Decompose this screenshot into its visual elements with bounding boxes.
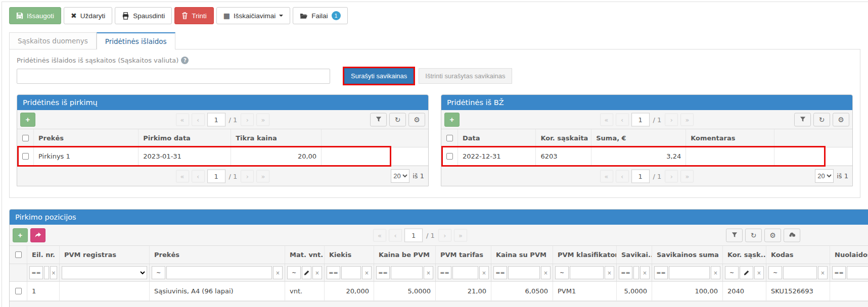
refresh-button[interactable]: ↻ <box>745 228 762 242</box>
close-button[interactable]: ✖ Uždaryti <box>64 7 112 24</box>
page-number-input[interactable]: 1 <box>207 113 225 126</box>
column-header[interactable]: Prekės <box>149 246 285 264</box>
filter-clear-button[interactable]: × <box>50 266 57 279</box>
filter-clear-button[interactable]: × <box>754 266 764 279</box>
column-header[interactable]: Kaina su PVM <box>491 246 553 264</box>
first-page-button[interactable]: « <box>373 229 386 241</box>
filter-op-button[interactable]: ~ <box>725 266 739 279</box>
filter-button[interactable] <box>726 228 743 242</box>
prev-page-button[interactable]: ‹ <box>616 170 629 182</box>
column-header[interactable]: Pirkimo data <box>138 129 231 147</box>
filter-select[interactable] <box>62 266 147 279</box>
filter-edit-button[interactable] <box>302 266 311 279</box>
filter-input[interactable] <box>847 266 868 279</box>
column-header[interactable]: Kiekis <box>324 246 374 264</box>
column-header[interactable]: Prekės <box>33 129 138 147</box>
row-checkbox[interactable] <box>446 153 453 160</box>
first-page-button[interactable]: « <box>176 113 189 126</box>
write-costs-button[interactable]: Surašyti savikainas <box>344 68 414 84</box>
column-header[interactable]: Eil. nr. <box>27 246 59 264</box>
delete-written-costs-button[interactable]: Ištrinti surašytas savikainas <box>419 68 512 84</box>
select-all-checkbox[interactable] <box>15 251 22 258</box>
settings-button[interactable]: ⚙ <box>833 113 849 126</box>
save-button[interactable]: Išsaugoti <box>9 7 61 24</box>
last-page-button[interactable]: » <box>680 170 694 182</box>
column-header[interactable]: Kor. sąskaita <box>535 129 591 147</box>
refresh-button[interactable]: ↻ <box>389 113 406 126</box>
column-header[interactable]: Tikra kaina <box>231 129 321 147</box>
calculations-button[interactable]: ▦ Išskaičiavimai <box>216 7 291 24</box>
filter-clear-button[interactable]: × <box>605 266 614 279</box>
filter-input[interactable] <box>783 266 817 279</box>
column-header[interactable]: Savikainos suma <box>652 246 722 264</box>
page-number-input[interactable]: 1 <box>631 169 650 183</box>
filter-input[interactable] <box>341 266 361 279</box>
first-page-button[interactable]: « <box>600 113 613 126</box>
last-page-button[interactable]: » <box>680 113 694 126</box>
column-header[interactable]: Kor. sąsk... <box>722 246 766 264</box>
column-header[interactable]: Kaina be PVM <box>374 246 435 264</box>
last-page-button[interactable]: » <box>256 170 269 182</box>
filter-clear-button[interactable]: × <box>640 266 650 279</box>
filter-op-button[interactable]: ~ <box>287 266 301 279</box>
settings-button[interactable]: ⚙ <box>764 228 781 242</box>
filter-input[interactable] <box>508 266 540 279</box>
table-row[interactable]: 2022-12-31 6203 3,24 <box>441 147 852 166</box>
filter-clear-button[interactable]: × <box>273 266 283 279</box>
filter-clear-button[interactable]: × <box>541 266 551 279</box>
prev-page-button[interactable]: ‹ <box>192 113 205 126</box>
help-icon[interactable]: ? <box>181 57 189 64</box>
filter-input[interactable] <box>166 266 272 279</box>
prev-page-button[interactable]: ‹ <box>616 113 629 126</box>
forward-button[interactable] <box>30 228 45 242</box>
prev-page-button[interactable]: ‹ <box>389 229 402 241</box>
filter-input[interactable] <box>570 266 604 279</box>
tab-additional-costs[interactable]: Pridėtinės išlaidos <box>97 32 175 49</box>
page-number-input[interactable]: 1 <box>404 228 423 242</box>
page-number-input[interactable]: 1 <box>631 113 650 126</box>
filter-op-button[interactable]: == <box>832 266 846 279</box>
page-number-input[interactable]: 1 <box>207 169 225 183</box>
column-header[interactable]: Komentaras <box>686 129 774 147</box>
page-size-select[interactable]: 20 <box>815 169 834 183</box>
files-button[interactable]: Failai 1 <box>293 7 347 24</box>
column-header[interactable]: Kodas <box>766 246 830 264</box>
filter-edit-button[interactable] <box>740 266 753 279</box>
delete-button[interactable]: Trinti <box>174 7 214 24</box>
select-all-checkbox[interactable] <box>22 135 29 141</box>
tab-invoice-data[interactable]: Sąskaitos duomenys <box>9 32 97 49</box>
prev-page-button[interactable]: ‹ <box>192 170 205 182</box>
next-page-button[interactable]: › <box>241 170 254 182</box>
column-header[interactable]: PVM tarifas <box>435 246 491 264</box>
column-header[interactable]: Nuolaidos <box>830 246 868 264</box>
filter-op-button[interactable]: ~ <box>768 266 782 279</box>
filter-input[interactable] <box>44 266 49 279</box>
last-page-button[interactable]: » <box>454 229 467 241</box>
costs-amount-input[interactable] <box>17 69 330 84</box>
column-header[interactable]: Data <box>458 129 535 147</box>
add-row-button[interactable]: + <box>13 228 28 242</box>
filter-clear-button[interactable]: × <box>479 266 489 279</box>
filter-input[interactable] <box>391 266 423 279</box>
add-row-button[interactable]: + <box>20 113 35 127</box>
filter-clear-button[interactable]: × <box>362 266 372 279</box>
filter-button[interactable] <box>794 113 811 126</box>
filter-clear-button[interactable]: × <box>312 266 322 279</box>
settings-button[interactable]: ⚙ <box>408 113 425 126</box>
filter-op-button[interactable]: == <box>376 266 390 279</box>
select-all-checkbox[interactable] <box>446 135 453 141</box>
column-header[interactable]: Savikai... <box>616 246 652 264</box>
export-button[interactable] <box>784 228 800 242</box>
column-header[interactable]: Suma, € <box>591 129 686 147</box>
last-page-button[interactable]: » <box>256 113 269 126</box>
print-button[interactable]: Spausdinti <box>115 7 172 24</box>
filter-op-button[interactable]: == <box>619 266 632 279</box>
filter-clear-button[interactable]: × <box>818 266 828 279</box>
filter-op-button[interactable]: == <box>493 266 507 279</box>
next-page-button[interactable]: › <box>665 170 678 182</box>
first-page-button[interactable]: « <box>600 170 613 182</box>
filter-input[interactable] <box>452 266 478 279</box>
filter-op-button[interactable]: == <box>654 266 668 279</box>
column-header[interactable]: PVM klasifikatorius <box>553 246 616 264</box>
filter-op-button[interactable]: ~ <box>555 266 569 279</box>
